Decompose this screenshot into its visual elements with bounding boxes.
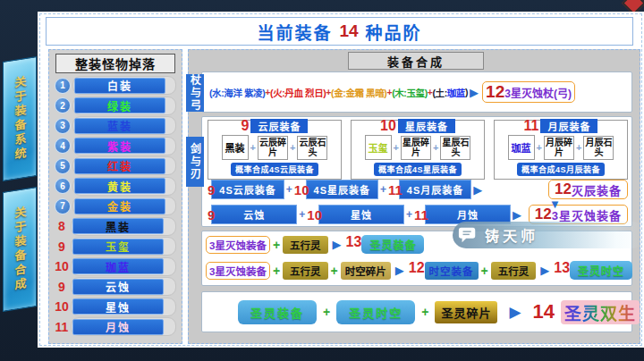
probability-note: 概率合成4S月辰装备 [517, 163, 605, 176]
plus-icon: + [286, 183, 292, 196]
result-number: 12 [409, 260, 425, 276]
sidebar-item-gold[interactable]: 7 金装 [53, 197, 180, 215]
five-element-spirit: 五行灵 [491, 262, 537, 280]
item-label: 绿装 [74, 97, 165, 113]
number-badge: 7 [55, 198, 71, 214]
number-badge: 11 [53, 320, 71, 334]
item-label: 金装 [74, 198, 165, 214]
title-count: 14 [339, 21, 358, 41]
arrow-icon: ▶ [473, 183, 482, 197]
holy-spacetime: 圣灵时空 [336, 300, 415, 324]
sidebar-item-blue[interactable]: 3 蓝装 [53, 116, 180, 135]
plus-icon: + [394, 142, 399, 153]
number-badge: 5 [55, 158, 71, 174]
number-badge: 8 [53, 219, 71, 233]
formula-segment: ) [465, 87, 468, 97]
number-badge: 6 [55, 178, 71, 194]
plus-icon: + [380, 183, 386, 196]
plus-icon: + [433, 142, 438, 153]
sidebar-item-star-eclipse[interactable]: 10 星蚀 [53, 298, 180, 316]
holy-equipment: 圣灵装备 [238, 300, 317, 324]
staff-bow-label: 杖与弓 [186, 74, 204, 112]
sidebar-item-black[interactable]: 8 黑装 [53, 217, 180, 236]
arrow-icon: ▶ [470, 86, 479, 99]
sidebar-item-white[interactable]: 1 白装 [53, 76, 180, 95]
sidebar-item-yellow[interactable]: 6 黄装 [53, 177, 180, 196]
item-label: 珈蓝 [72, 258, 164, 274]
twin-section: 圣灵装备 + 圣灵时空 + 圣灵碎片 ▶ 14 圣灵双生 [201, 291, 632, 332]
row-4s-combine: 9 4S云辰装备 + 10 4S星辰装备 + 11 4S月辰装备 ▶ [208, 180, 628, 199]
holy-equipment: 圣灵装备 [361, 235, 424, 254]
holy-spacetime: 圣灵时空 [570, 261, 632, 280]
sidebar-item-jialan[interactable]: 10 珈蓝 [53, 257, 180, 276]
base-item: 玉玺 [365, 135, 392, 160]
sword-blade-label: 剑与刃 [186, 137, 204, 187]
plus-icon: + [406, 208, 412, 221]
number-badge: 4 [55, 138, 71, 154]
five-element-spirit: 五行灵 [283, 236, 328, 254]
plus-icon: + [576, 142, 581, 153]
card-title: 云辰装备 [250, 119, 308, 133]
step-number: 11 [388, 182, 402, 197]
holy-row-b: 3星灭蚀装备 + 五行灵 + 时空碎片 ▶ 12 时空装备 + 五行灵 ▶ 13… [202, 257, 631, 283]
sidebar-item-red[interactable]: 5 红装 [53, 156, 180, 175]
sidebar-item-moon-eclipse[interactable]: 11 月蚀 [53, 317, 180, 336]
staff-bow-section: 杖与弓 (水:海洋 紫凌) + (火:丹血 烈日) + (金:金霜 黑暗) + … [201, 71, 632, 113]
tab-about-equipment-synthesis[interactable]: 关于装备合成 [3, 187, 37, 312]
screen: 关于装备系统 关于装备合成 当前装备 14 种品阶 整装怪物掉落 1 白装 2 … [0, 0, 644, 361]
arrow-icon: ▶ [509, 303, 521, 322]
result-text: 圣灵双生 [564, 305, 636, 323]
number-badge: 2 [55, 97, 71, 113]
number-badge: 3 [55, 118, 71, 134]
material-item: 星辰石头 [440, 136, 470, 160]
material-item: 云辰碎片 [258, 136, 288, 160]
result-number: 12 [486, 82, 504, 102]
plus-icon: + [290, 142, 295, 153]
cloud-chen-card: 9 云辰装备 黑装 + 云辰碎片 + 云辰石头 概率合成4S云辰装备 [208, 120, 342, 180]
number-badge: 9 [53, 280, 71, 294]
probability-note: 概率合成4S星辰装备 [374, 163, 462, 176]
tab-about-equipment-system[interactable]: 关于装备系统 [3, 56, 37, 181]
drop-list-sidebar: 整装怪物掉落 1 白装 2 绿装 3 蓝装 4 紫装 5 红装 6 [48, 49, 182, 344]
material-item: 星辰碎片 [401, 136, 431, 160]
material-item: 云辰石头 [297, 136, 327, 160]
staff-result: 12 3星灭蚀杖(弓) [482, 81, 575, 103]
number-badge: 10 [53, 259, 71, 273]
formula-segment: (水:海洋 紫凌) [209, 86, 265, 99]
plus-icon: + [299, 208, 305, 221]
mie-equipment: 3星灭蚀装备 [206, 262, 270, 280]
step-number: 10 [294, 182, 309, 197]
arrow-icon: ▶ [540, 264, 549, 277]
watermark-text: 铸天师 [485, 224, 538, 246]
chat-bubble-icon [458, 225, 478, 245]
card-number: 11 [524, 119, 539, 133]
arrow-icon: ▶ [513, 208, 521, 222]
arrow-icon: ▶ [333, 238, 342, 251]
equipment-bar: 4S月辰装备 [399, 180, 471, 199]
spacetime-equipment: 时空装备 [425, 262, 479, 280]
sidebar-item-jade[interactable]: 9 玉玺 [53, 237, 180, 256]
item-label: 蓝装 [74, 118, 165, 134]
watermark-badge: 铸天师 [453, 222, 644, 248]
formula-segment: 珈蓝 [447, 86, 465, 99]
mie-equipment: 3星灭蚀装备 [206, 236, 270, 254]
number-badge: 1 [55, 78, 71, 94]
card-title: 星辰装备 [398, 119, 455, 133]
plus-icon: + [250, 142, 256, 153]
plus-icon: + [421, 305, 428, 319]
formula-segment: (土: [432, 86, 446, 99]
plus-icon: + [481, 264, 488, 278]
sidebar-item-purple[interactable]: 4 紫装 [53, 137, 180, 155]
formula-segment: (金:金霜 黑暗) [331, 86, 386, 99]
item-label: 黄装 [74, 178, 165, 194]
step-number: 9 [208, 182, 215, 197]
spacetime-shard: 时空碎片 [341, 262, 391, 280]
sidebar-item-cloud-eclipse[interactable]: 9 云蚀 [53, 277, 180, 296]
plus-icon: + [273, 264, 280, 278]
base-item: 黑装 [222, 135, 249, 160]
sidebar-item-green[interactable]: 2 绿装 [53, 97, 180, 115]
base-item: 珈蓝 [508, 135, 535, 160]
title-prefix: 当前装备 [257, 20, 332, 44]
formula-segment: (木:玉玺) [392, 86, 428, 99]
step-number: 10 [307, 207, 322, 222]
